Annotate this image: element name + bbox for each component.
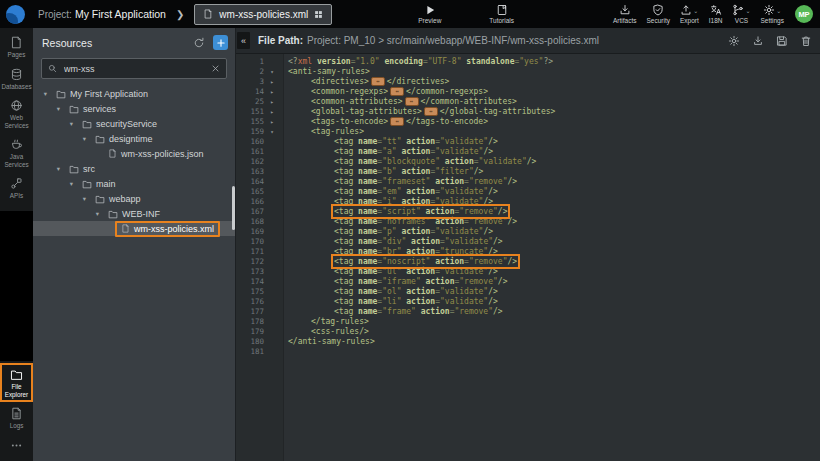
caret-down-icon[interactable]: ▾ [67,180,76,188]
save-button[interactable] [776,35,788,47]
grid-icon[interactable] [314,10,323,19]
fold-toggle-icon[interactable]: ▸ [264,77,280,87]
add-resource-button[interactable] [213,35,228,50]
fold-toggle-icon[interactable]: ▸ [264,87,280,97]
annotation-highlight-box: <tag name="noscript" action="remove"/> [334,257,517,266]
tree-scrollbar[interactable] [232,186,235,230]
collapse-panel-icon[interactable]: « [237,32,250,49]
caret-down-icon[interactable]: ▾ [41,90,50,98]
caret-down-icon[interactable]: ▾ [93,210,102,218]
folded-code-widget[interactable]: ↔ [405,97,419,106]
fold-toggle-icon[interactable]: ▸ [264,117,280,127]
fold-toggle-icon[interactable]: ▾ [264,127,280,137]
open-file-tab[interactable]: wm-xss-policies.xml [194,4,332,25]
line-number: 164 [236,177,264,187]
tree-item[interactable]: ▾designtime [33,131,235,146]
left-rail: PagesDatabasesWeb ServicesJava ServicesA… [0,28,33,461]
folded-code-widget[interactable]: ↔ [390,87,404,96]
code-line: <tag name="div" action="validate"/> [284,237,820,247]
tree-item[interactable]: ▾src [33,161,235,176]
rail-item-file-explorer[interactable]: File Explorer [0,363,33,402]
file-path-value: Project: PM_10 > src/main/webapp/WEB-INF… [307,35,599,46]
delete-button[interactable] [800,35,812,47]
caret-down-icon[interactable]: ▾ [67,120,76,128]
folder-icon [82,179,92,189]
fold-toggle-icon[interactable]: ▸ [264,107,280,117]
code-line: <css-rules/> [284,327,820,337]
topbar-item-label: I18N [709,17,723,24]
tree-item-chip: securityService [76,116,163,132]
coffee-icon [10,138,23,151]
rail-item-more[interactable] [0,434,33,458]
editor-pane: « File Path: Project: PM_10 > src/main/w… [236,28,820,461]
tree-item[interactable]: wm-xss-policies.xml [33,221,235,236]
tutorials-icon [496,4,508,16]
line-number: 163 [236,167,264,177]
code-line: <tag name="frameset" action="remove"/> [284,177,820,187]
folded-code-widget[interactable]: ↔ [390,117,404,126]
code-line: <tag name="a" action="validate"/> [284,147,820,157]
topbar-item-artifacts[interactable]: Artifacts [613,4,636,24]
code-line: <tag name="tt" action="validate"/> [284,137,820,147]
clear-search-icon[interactable] [211,64,220,73]
user-avatar[interactable]: MP [795,5,813,23]
fold-toggle-icon[interactable]: ▾ [264,67,280,77]
caret-down-icon[interactable]: ▾ [54,105,63,113]
rail-item-apis[interactable]: APIs [0,172,33,204]
folder-icon [108,209,118,219]
fold-toggle-icon[interactable]: ▸ [264,97,280,107]
code-editor[interactable]: 12▾3▸14▸25▸151▸155▸159▾16016116216316416… [236,54,820,461]
topbar-item-security[interactable]: Security [646,4,669,24]
rail-item-logs[interactable]: Logs [0,402,33,434]
tree-item[interactable]: ▾services [33,101,235,116]
folded-code-widget[interactable]: ↔ [371,77,385,86]
rail-item-label: File Explorer [2,383,32,398]
globe-icon [10,99,23,112]
folded-code-widget[interactable]: ↔ [424,107,438,116]
rail-item-web-services[interactable]: Web Services [0,94,33,133]
topbar-item-i18n[interactable]: I18N [709,4,723,24]
wavemaker-studio-window: Project:My First Application ❯ wm-xss-po… [0,0,820,461]
settings-button[interactable] [728,35,740,47]
line-number: 14 [236,87,264,97]
chevron-right-icon: ❯ [176,9,184,20]
line-number: 175 [236,287,264,297]
line-number: 180 [236,337,264,347]
topbar-item-preview[interactable]: Preview [418,4,441,24]
rail-item-java-services[interactable]: Java Services [0,133,33,172]
topbar-item-tutorials[interactable]: Tutorials [489,4,514,24]
tree-item[interactable]: wm-xss-policies.json [33,146,235,161]
wavemaker-logo-icon[interactable] [6,5,25,24]
rail-item-databases[interactable]: Databases [0,63,33,95]
caret-down-icon[interactable]: ▾ [80,135,89,143]
search-input[interactable] [62,63,206,75]
topbar-item-vcs[interactable]: ⌄VCS [732,4,750,24]
tree-item-chip: webapp [89,191,147,207]
rail-top-group: PagesDatabasesWeb ServicesJava ServicesA… [0,28,33,211]
line-number: 173 [236,267,264,277]
tree-item[interactable]: ▾WEB-INF [33,206,235,221]
file-path-label: File Path: [258,35,303,46]
topbar-item-export[interactable]: ⌄Export [680,4,699,24]
code-line: <tag name="p" action="validate"/> [284,227,820,237]
tree-item[interactable]: ▾webapp [33,191,235,206]
tree-item[interactable]: ▾main [33,176,235,191]
tree-item-label: designtime [109,134,153,144]
refresh-icon[interactable] [193,37,205,49]
tab-filename: wm-xss-policies.xml [219,9,308,20]
topbar: Project:My First Application ❯ wm-xss-po… [0,0,820,28]
tree-item[interactable]: ▾My First Application [33,86,235,101]
code-line: <tag name="ul" action="validate"/> [284,267,820,277]
file-icon [108,149,117,158]
code-line: <common-attributes>↔</common-attributes> [284,97,820,107]
topbar-item-settings[interactable]: ⌄Settings [761,4,785,24]
line-number: 177 [236,307,264,317]
line-number: 179 [236,327,264,337]
line-number: 165 [236,187,264,197]
rail-item-pages[interactable]: Pages [0,31,33,63]
caret-down-icon[interactable]: ▾ [54,165,63,173]
download-button[interactable] [752,35,764,47]
tree-item[interactable]: ▾securityService [33,116,235,131]
code-line: <?xml version="1.0" encoding="UTF-8" sta… [284,57,820,67]
caret-down-icon[interactable]: ▾ [80,195,89,203]
